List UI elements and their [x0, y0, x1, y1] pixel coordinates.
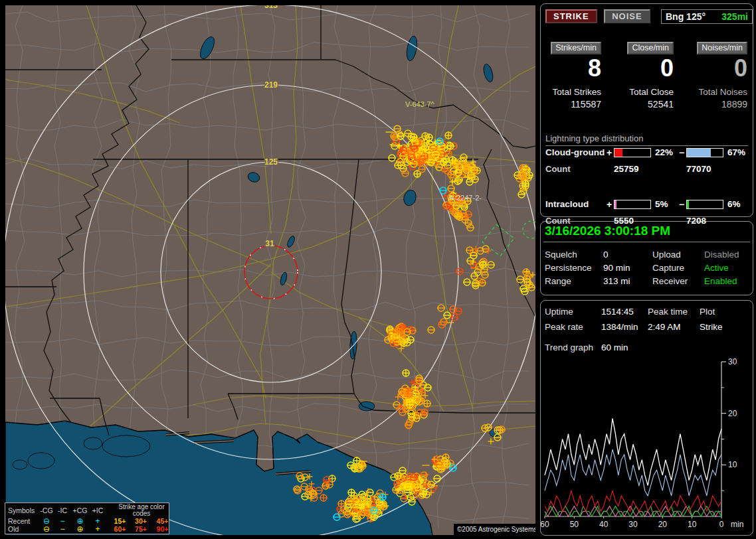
y-tick-label: 20	[728, 409, 737, 418]
nexstorm-window: 31321912531V-643-7^A-2247-2-©2005 Astrog…	[0, 0, 756, 539]
close-per-min-value: 0	[611, 56, 674, 81]
legend-recent-label: Recent	[8, 518, 39, 525]
noises-per-min-button[interactable]: Noises/min	[697, 42, 747, 54]
map-legend: Symbols -CG -IC +CG +IC Strike age color…	[5, 502, 169, 534]
strike-stats-panel	[540, 3, 753, 217]
noises-column: Noises/min 0 Total Noises 18899	[684, 41, 747, 110]
minus-sign: −	[679, 199, 684, 210]
total-strikes-label: Total Strikes	[539, 87, 601, 97]
status-label: Upload	[652, 250, 681, 260]
status-value: Active	[704, 263, 729, 273]
old-circle-plus-icon: ⊕	[70, 525, 90, 533]
plus-pct: 5%	[655, 199, 668, 209]
distribution-title: Lightning type distribution	[545, 133, 748, 146]
total-noises-value: 18899	[684, 99, 747, 110]
plus-bar	[614, 148, 651, 157]
x-axis-unit: min	[731, 520, 743, 529]
strikes-column: Strikes/min 8 Total Strikes 115587	[539, 41, 601, 110]
legend-col-ncg: -CG	[39, 507, 54, 514]
legend-col-nic: -IC	[54, 507, 70, 514]
close-per-min-button[interactable]: Close/min	[627, 42, 674, 54]
x-tick-label: 0	[719, 520, 724, 529]
status-value: Enabled	[704, 276, 737, 286]
count-label: Count	[545, 164, 571, 174]
strikes-per-min-button[interactable]: Strikes/min	[551, 42, 601, 54]
age-30: 30+	[130, 518, 151, 525]
status-value: Disabled	[704, 250, 739, 260]
noise-button[interactable]: NOISE	[604, 9, 650, 23]
minus-bar	[686, 200, 723, 209]
x-tick-label: 60	[541, 520, 549, 529]
status-value: 313 mi	[603, 276, 630, 286]
strikes-per-min-value: 8	[539, 56, 601, 81]
plus-pct: 22%	[655, 147, 673, 157]
legend-symbols-header: Symbols	[8, 507, 39, 514]
total-close-label: Total Close	[611, 87, 674, 97]
plus-count: 25759	[614, 164, 639, 174]
trend-series-CG+	[545, 491, 721, 511]
copyright-text: ©2005 Astrogenic Systems	[457, 526, 537, 533]
age-60: 60+	[110, 526, 130, 533]
minus-count: 77070	[686, 164, 711, 174]
age-45: 45+	[151, 518, 173, 525]
x-tick-label: 10	[688, 520, 697, 529]
x-tick-label: 20	[658, 520, 668, 529]
legend-col-pic: +IC	[90, 507, 106, 514]
total-strikes-value: 115587	[539, 99, 601, 110]
y-tick-label: 10	[728, 460, 737, 469]
status-value: 0	[603, 250, 609, 260]
minus-pct: 67%	[727, 147, 745, 157]
strike-button[interactable]: STRIKE	[545, 9, 597, 23]
close-column: Close/min 0 Total Close 52541	[611, 41, 674, 110]
age-75: 75+	[130, 526, 151, 533]
trend-graph: 1020306050403020100min	[541, 301, 753, 535]
x-tick-label: 50	[570, 520, 579, 529]
old-plus-icon: +	[90, 525, 106, 533]
status-label: Receiver	[652, 276, 688, 286]
legend-col-pcg: +CG	[70, 507, 90, 514]
range-ring-label: 125	[264, 157, 278, 167]
age-15: 15+	[110, 518, 130, 525]
storm-track-label: A-2247-2-	[449, 194, 482, 202]
minus-sign: −	[679, 147, 684, 158]
minus-pct: 6%	[727, 199, 741, 209]
plus-sign: +	[607, 199, 612, 210]
y-tick-label: 30	[728, 357, 737, 366]
legend-age-title: Strike age color codes	[110, 504, 173, 517]
range-ring-label: 31	[265, 239, 274, 248]
status-label: Capture	[652, 263, 684, 273]
age-90: 90+	[151, 526, 173, 533]
dist-row-name: Cloud-ground	[545, 147, 605, 157]
bearing-display[interactable]: Bng 125° 325mi	[661, 9, 753, 24]
bearing-range-value: 325mi	[721, 11, 748, 22]
minus-bar	[686, 148, 723, 157]
old-circle-minus-icon: ⊖	[39, 525, 54, 533]
old-minus-icon: −	[54, 525, 70, 533]
x-tick-label: 30	[628, 520, 638, 529]
total-noises-label: Total Noises	[684, 87, 747, 97]
plus-sign: +	[607, 147, 612, 158]
plus-bar	[614, 200, 651, 209]
status-value: 90 min	[603, 263, 630, 273]
status-label: Persistence	[545, 263, 592, 273]
x-tick-label: 40	[599, 520, 609, 529]
minus-count: 7208	[686, 216, 706, 226]
bearing-value: Bng 125°	[666, 11, 706, 22]
total-close-value: 52541	[611, 99, 674, 110]
dist-row-name: Intracloud	[545, 199, 589, 209]
status-label: Range	[545, 276, 571, 286]
lightning-map[interactable]: 31321912531V-643-7^A-2247-2-©2005 Astrog…	[0, 0, 538, 539]
legend-old-label: Old	[8, 526, 39, 533]
storm-track-label: V-643-7^	[405, 100, 435, 108]
divider	[543, 242, 750, 242]
range-ring-label: 219	[264, 80, 278, 90]
noises-per-min-value: 0	[684, 56, 747, 81]
status-label: Squelch	[545, 250, 577, 260]
datetime-display: 3/16/2026 3:00:18 PM	[545, 224, 670, 238]
range-ring-label: 313	[264, 1, 278, 10]
